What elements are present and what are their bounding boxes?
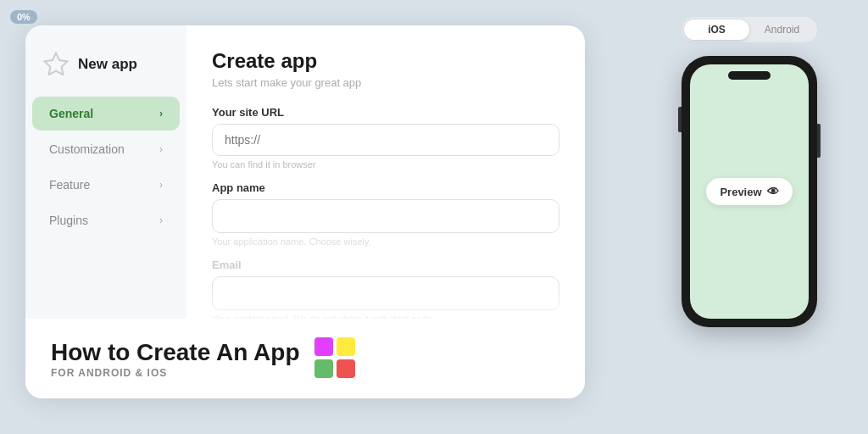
phone-container: iOS Android Preview 👁 [665, 17, 834, 327]
side-button-left [678, 107, 682, 132]
phone-screen: Preview 👁 [690, 64, 809, 319]
progress-badge: 0% [10, 10, 37, 24]
svg-rect-1 [314, 337, 333, 356]
svg-marker-0 [45, 53, 68, 75]
eye-icon: 👁 [767, 185, 779, 198]
main-card: New app General › Customization › Featur… [25, 25, 585, 398]
side-button-right [817, 124, 821, 158]
url-hint: You can find it in browser [212, 159, 559, 170]
app-name-hint: Your application name. Choose wisely. [212, 236, 559, 247]
star-icon [42, 51, 70, 78]
svg-rect-4 [337, 359, 355, 378]
url-input[interactable] [212, 124, 559, 156]
sidebar-item-customization[interactable]: Customization › [32, 132, 180, 166]
form-title: Create app [212, 49, 559, 73]
form-subtitle: Lets start make your great app [212, 76, 559, 89]
overlay-subtitle: FOR ANDROID & IOS [51, 367, 299, 379]
chevron-icon: › [159, 214, 163, 226]
overlay-title: How to Create An App [51, 338, 299, 367]
preview-button[interactable]: Preview 👁 [706, 178, 792, 205]
sidebar-item-feature[interactable]: Feature › [32, 168, 180, 202]
progress-text: 0% [17, 12, 31, 22]
phone-notch [728, 71, 771, 80]
overlay-text: How to Create An App FOR ANDROID & IOS [51, 338, 299, 379]
preview-label: Preview [720, 186, 761, 198]
svg-rect-3 [314, 359, 333, 378]
app-name-label: New app [78, 56, 137, 73]
url-label: Your site URL [212, 106, 559, 119]
chevron-icon: › [159, 108, 163, 120]
app-header: New app [25, 42, 186, 95]
phone-frame: Preview 👁 [682, 56, 817, 327]
logo-icon [313, 336, 359, 381]
sidebar-item-general[interactable]: General › [32, 97, 180, 131]
email-input[interactable] [212, 276, 559, 310]
chevron-icon: › [159, 179, 163, 191]
app-name-input[interactable] [212, 199, 559, 233]
chevron-icon: › [159, 143, 163, 155]
bottom-overlay: How to Create An App FOR ANDROID & IOS [25, 319, 585, 398]
email-label: Email [212, 259, 559, 271]
svg-rect-2 [337, 337, 355, 356]
android-button[interactable]: Android [749, 19, 815, 40]
ios-button[interactable]: iOS [684, 19, 749, 40]
app-name-label: App name [212, 181, 559, 194]
platform-toggle: iOS Android [682, 17, 817, 42]
sidebar-item-plugins[interactable]: Plugins › [32, 203, 180, 237]
